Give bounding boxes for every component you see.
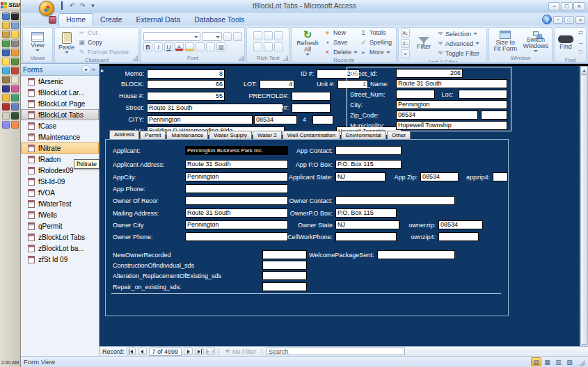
new-blank-record-button[interactable]: ∗	[206, 348, 215, 355]
toggle-filter-button[interactable]: Toggle Filter	[438, 49, 479, 58]
copy-button[interactable]: ▣Copy	[78, 38, 129, 47]
undo-icon[interactable]: ↶	[67, 1, 77, 10]
sidebar-form-item[interactable]: zBlockLot ba...	[21, 243, 99, 254]
precrold-field[interactable]	[292, 92, 331, 101]
app-contact-field[interactable]	[335, 146, 402, 155]
taskbar-app-icon[interactable]	[11, 31, 19, 38]
no-filter-button[interactable]: No Filter	[223, 348, 258, 355]
taskbar-app-icon[interactable]	[2, 40, 10, 47]
clipboard-dialog-launcher-icon[interactable]	[132, 56, 138, 61]
bold-button[interactable]: B	[143, 42, 152, 51]
cellworkphone-field[interactable]	[335, 232, 397, 241]
sidebar-form-item[interactable]: fVOA	[21, 187, 99, 198]
owner-po-box-field[interactable]: P.O. Box 115	[335, 209, 397, 218]
taskbar-app-icon[interactable]	[2, 13, 10, 20]
sidebar-form-item[interactable]: fCase	[21, 120, 99, 131]
taskbar-app-icon[interactable]	[11, 76, 19, 83]
ribbon-tab[interactable]: Home	[58, 13, 93, 26]
sidebar-form-item[interactable]: zBlockLot Tabs	[21, 231, 99, 243]
zip-code-field[interactable]: 08534	[396, 111, 478, 120]
sidebar-form-item[interactable]: qPermit	[21, 220, 99, 231]
view-switch-icon[interactable]: ▥	[553, 357, 564, 366]
gridlines-icon[interactable]: ▦	[216, 42, 225, 51]
numbering-icon[interactable]	[253, 42, 262, 51]
sidebar-form-item[interactable]: fMaintenance	[21, 131, 99, 142]
find-button[interactable]: Find	[557, 35, 575, 50]
taskbar-app-icon[interactable]	[2, 49, 10, 56]
ownerzip-field[interactable]: 08534	[438, 220, 483, 229]
ownzip4-field[interactable]	[438, 232, 479, 241]
maximize-button[interactable]: □	[561, 2, 573, 10]
align-center-icon[interactable]	[206, 42, 215, 51]
form-tab[interactable]: Address	[109, 130, 139, 140]
taskbar-app-icon[interactable]	[11, 94, 19, 101]
office-button[interactable]	[39, 1, 54, 16]
rich-text-more-icon[interactable]	[274, 42, 283, 51]
delete-button[interactable]: ×Delete	[324, 48, 358, 56]
municipality-field[interactable]: Hopewell Township	[396, 121, 507, 130]
font-size-select[interactable]	[202, 32, 222, 41]
sidebar-form-item[interactable]: fArsenic	[21, 76, 99, 87]
doc-restore-button[interactable]: □	[564, 16, 574, 24]
alteration-field[interactable]	[262, 271, 307, 280]
sidebar-form-item[interactable]: fWells	[21, 209, 99, 220]
minimize-button[interactable]: −	[548, 2, 560, 10]
sort-descending-icon[interactable]: Z↓	[401, 39, 410, 48]
save-record-button[interactable]: ▪Save	[324, 38, 358, 47]
taskbar-app-icon[interactable]	[11, 112, 19, 120]
taskbar-app-icon[interactable]	[2, 76, 10, 83]
sidebar-form-item[interactable]: fNitrate	[21, 142, 99, 154]
totals-button[interactable]: ΣTotals	[360, 28, 392, 37]
taskbar-app-icon[interactable]	[2, 67, 10, 74]
taskbar-app-icon[interactable]	[2, 112, 10, 120]
sidebar-form-item[interactable]: fBlockLot Tabs	[21, 109, 99, 120]
spelling-button[interactable]: ✓Spelling	[360, 38, 392, 47]
record-position[interactable]: 7 of 4999	[149, 348, 182, 356]
font-color-icon[interactable]: A	[175, 42, 184, 51]
bullets-icon[interactable]	[264, 42, 273, 51]
applicant-state-field[interactable]: NJ	[335, 172, 386, 181]
search-input[interactable]	[266, 348, 405, 355]
zip-field[interactable]: 08534	[254, 115, 297, 124]
resize-grip[interactable]	[577, 358, 585, 366]
replace-button[interactable]: ⇄Replace	[577, 28, 587, 37]
zip4-field[interactable]	[312, 115, 333, 124]
more-button[interactable]: ▸More	[360, 48, 392, 56]
direction-icon[interactable]	[274, 31, 283, 40]
block-field[interactable]: 66	[147, 80, 225, 89]
save-icon[interactable]	[57, 1, 66, 10]
owner-state-field[interactable]: NJ	[335, 220, 399, 229]
zipnum-field[interactable]	[292, 104, 331, 113]
loc-field[interactable]	[459, 90, 507, 99]
memo-field[interactable]: 8	[147, 70, 225, 79]
clear-sort-icon[interactable]: ×	[401, 49, 410, 58]
ribbon-tab[interactable]: External Data	[129, 14, 188, 26]
new-owner-recorded-field[interactable]	[262, 250, 307, 259]
taskbar-app-icon[interactable]	[11, 22, 19, 29]
next-record-button[interactable]	[184, 348, 193, 355]
nav-pane-header[interactable]: Forms ▾ «	[21, 64, 99, 76]
size-to-fit-form-button[interactable]: Size to Fit Form	[491, 31, 519, 52]
doc-minimize-button[interactable]: −	[553, 16, 563, 24]
font-family-select[interactable]	[143, 32, 200, 41]
close-button[interactable]: ×	[573, 2, 585, 10]
go-to-button[interactable]: →Go To	[577, 38, 587, 47]
format-painter-button[interactable]: ✎Format Painter	[78, 48, 129, 56]
rich-text-dialog-launcher-icon[interactable]	[283, 56, 288, 61]
view-switch-icon[interactable]: ▧	[564, 357, 575, 366]
taskbar-app-icon[interactable]	[2, 58, 10, 65]
new-record-button[interactable]: ∗New	[324, 28, 358, 37]
taskbar-app-icon[interactable]	[2, 31, 10, 38]
street-name-field[interactable]: Route 31 South	[396, 79, 507, 88]
form-scrollbar[interactable]: ▲	[580, 66, 588, 346]
first-record-button[interactable]	[127, 348, 136, 355]
underline-button[interactable]: U	[164, 42, 173, 51]
app-zip-field[interactable]: 08534	[420, 172, 459, 181]
taskbar-app-icon[interactable]	[2, 121, 10, 129]
nav-pane-collapse-icon[interactable]: «	[90, 66, 97, 73]
scrollbar-thumb[interactable]	[580, 74, 588, 345]
indent-increase-icon[interactable]	[264, 31, 273, 40]
street-id-field[interactable]: 206	[396, 69, 463, 78]
lot-field[interactable]: 4	[260, 80, 294, 89]
app-po-box-field[interactable]: P.O. Box 115	[335, 160, 402, 169]
